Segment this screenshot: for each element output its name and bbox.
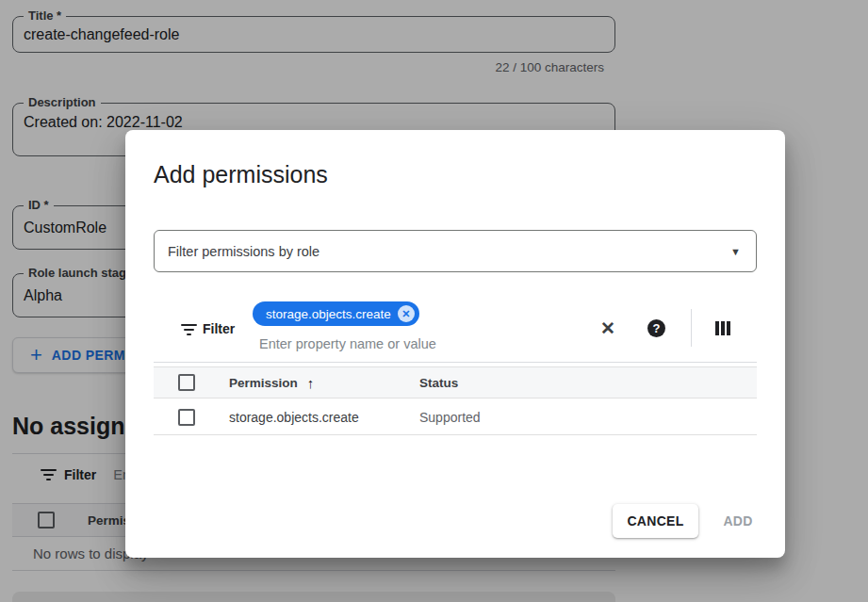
dialog-title: Add permissions	[154, 161, 328, 188]
filter-chip-storage-objects-create[interactable]: storage.objects.create ✕	[253, 301, 419, 326]
dialog-filter-input[interactable]: Enter property name or value	[259, 336, 436, 351]
sort-ascending-icon[interactable]: ↑	[307, 375, 315, 391]
filter-icon	[181, 324, 197, 335]
role-select-placeholder: Filter permissions by role	[168, 244, 730, 259]
clear-filters-icon[interactable]: ✕	[600, 317, 615, 339]
permissions-table-header: Permission ↑ Status	[154, 366, 757, 399]
add-button[interactable]: ADD	[712, 504, 764, 538]
permission-column-header[interactable]: Permission	[229, 376, 298, 390]
help-icon[interactable]: ?	[647, 319, 665, 337]
filter-chip-label: storage.objects.create	[266, 307, 391, 321]
filter-bar-divider	[154, 362, 757, 363]
row-checkbox[interactable]	[178, 409, 195, 426]
column-display-options-icon[interactable]	[715, 321, 730, 335]
screen: Title * create-changefeed-role 22 / 100 …	[0, 0, 868, 602]
chip-remove-icon[interactable]: ✕	[398, 305, 415, 322]
select-all-checkbox[interactable]	[178, 374, 195, 391]
status-cell: Supported	[419, 410, 481, 425]
cancel-button[interactable]: CANCEL	[613, 504, 698, 538]
permission-cell: storage.objects.create	[229, 410, 359, 425]
toolbar-divider	[691, 309, 692, 347]
add-permissions-dialog: Add permissions Filter permissions by ro…	[125, 130, 785, 558]
status-column-header[interactable]: Status	[419, 376, 458, 390]
table-row[interactable]: storage.objects.create Supported	[154, 399, 757, 435]
chevron-down-icon: ▼	[730, 246, 741, 257]
dialog-filter-label: Filter	[203, 321, 235, 336]
filter-permissions-by-role-select[interactable]: Filter permissions by role ▼	[154, 230, 757, 272]
